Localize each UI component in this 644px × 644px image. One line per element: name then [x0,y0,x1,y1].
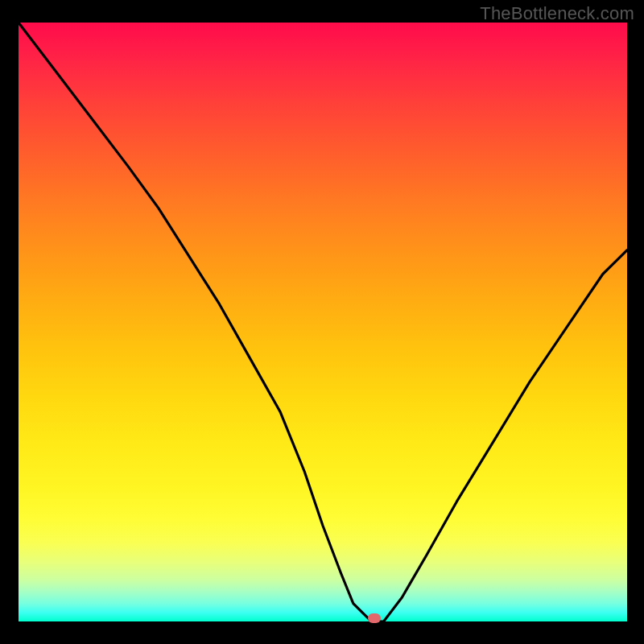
optimal-point-marker [368,613,381,623]
watermark-text: TheBottleneck.com [480,3,634,24]
bottleneck-curve [19,23,627,621]
chart-area [19,23,627,621]
curve-svg [19,23,627,621]
